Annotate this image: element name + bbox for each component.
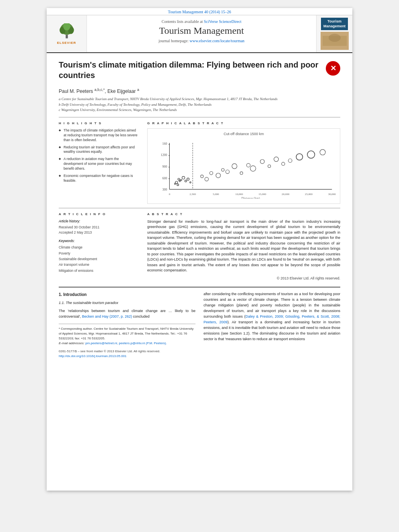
journal-title: Tourism Management <box>95 25 308 36</box>
svg-text:160: 160 <box>162 142 167 146</box>
info-and-abstract-row: A R T I C L E I N F O Article history: R… <box>59 212 340 281</box>
tm-logo-image <box>321 32 349 50</box>
divider-1 <box>59 117 340 117</box>
introduction-section: 1. Introduction 1.1. The sustainable tou… <box>59 292 340 359</box>
article-info-column: A R T I C L E I N F O Article history: R… <box>59 212 139 281</box>
sciverse-line: Contents lists available at SciVerse Sci… <box>95 19 308 24</box>
svg-point-29 <box>178 178 180 180</box>
svg-point-50 <box>274 157 279 162</box>
issn-line: 0261-5177/$ – see front matter © 2013 El… <box>59 349 195 354</box>
elsevier-tree-icon <box>55 23 79 39</box>
highlights-heading: H I G H L I G H T S <box>59 121 139 125</box>
sciverse-prefix: Contents lists available at <box>162 19 204 24</box>
svg-text:10,000: 10,000 <box>235 193 243 195</box>
footnote-email: E-mail addresses: pm.peeters@hetnet.nl, … <box>59 341 195 346</box>
keyword-3: Sustainable development <box>59 256 139 262</box>
svg-text:15,000: 15,000 <box>259 193 267 195</box>
keyword-4: Air transport volume <box>59 262 139 267</box>
main-content: ✕ Tourism's climate mitigation dilemma: … <box>47 53 352 365</box>
keyword-5: Mitigation of emissions <box>59 268 139 273</box>
bottom-bar: 0261-5177/$ – see front matter © 2013 El… <box>59 349 195 359</box>
journal-reference: Tourism Management 40 (2014) 15–26 <box>168 10 231 14</box>
svg-point-46 <box>247 163 250 167</box>
elsevier-logo-container: ELSEVIER <box>47 15 87 52</box>
svg-text:30,000: 30,000 <box>328 193 336 195</box>
sciverse-link[interactable]: SciVerse ScienceDirect <box>204 19 242 24</box>
highlight-item-2: Reducing tourism air transport affects p… <box>59 145 139 155</box>
intro-section-label: Introduction <box>63 292 86 297</box>
svg-point-39 <box>205 177 208 181</box>
highlight-item-3: A reduction in aviation may harm the dev… <box>59 157 139 171</box>
svg-text:900: 900 <box>162 165 167 168</box>
svg-text:5,000: 5,000 <box>213 193 219 195</box>
svg-point-32 <box>181 179 182 181</box>
authors-line: Paul M. Peeters a,b,c,*, Eke Eijgelaar a <box>59 88 340 94</box>
graphical-abstract-box: Cut-off distance 1500 km 160 1200 900 60… <box>147 128 340 204</box>
svg-point-49 <box>268 165 271 168</box>
svg-point-7 <box>329 34 341 42</box>
affiliations: a Centre for Sustainable Tourism and Tra… <box>59 97 340 113</box>
body-divider <box>59 287 340 288</box>
highlights-list: The impacts of climate mitigation polici… <box>59 128 139 183</box>
svg-point-36 <box>190 182 191 183</box>
svg-text:1200: 1200 <box>160 153 167 157</box>
svg-text:600: 600 <box>162 176 167 180</box>
email-label: E-mail addresses: <box>59 341 84 345</box>
abstract-text: Stronger demand for medium- to long-haul… <box>147 219 340 281</box>
svg-point-53 <box>296 154 302 160</box>
journal-header: ELSEVIER Contents lists available at Sci… <box>47 15 352 53</box>
intro-section-title: 1. Introduction <box>59 292 195 298</box>
chart-title: Cut-off distance 1500 km <box>151 132 337 136</box>
svg-point-37 <box>175 183 176 184</box>
received-line: Received 30 October 2011 <box>59 225 139 230</box>
svg-point-45 <box>240 172 243 175</box>
svg-text:25,000: 25,000 <box>305 193 313 195</box>
svg-point-40 <box>210 171 213 175</box>
svg-rect-0 <box>66 35 68 38</box>
intro-right-text: after considering the conflicting requir… <box>204 292 340 342</box>
keywords-label: Keywords: <box>59 239 139 243</box>
doi-link[interactable]: http://dx.doi.org/10.1016/j.tourman.2013… <box>59 354 127 358</box>
tm-logo-container: TourismManagement <box>316 15 352 52</box>
article-info-heading: A R T I C L E I N F O <box>59 212 139 216</box>
highlights-and-abstract-row: H I G H L I G H T S The impacts of clima… <box>59 121 340 204</box>
svg-point-41 <box>216 173 221 178</box>
svg-text:0: 0 <box>169 193 171 195</box>
email-addresses[interactable]: pm.peeters@hetnet.nl, peeters.p@nhtv.nl … <box>85 341 167 345</box>
crossmark-icon: ✕ <box>326 61 340 76</box>
intro-left-column: 1. Introduction 1.1. The sustainable tou… <box>59 292 195 359</box>
abstract-column: A B S T R A C T Stronger demand for medi… <box>147 212 340 281</box>
divider-2 <box>59 208 340 208</box>
keyword-2: Poverty <box>59 251 139 256</box>
top-banner: Tourism Management 40 (2014) 15–26 <box>47 8 352 15</box>
intro-section-number: 1. <box>59 292 62 297</box>
homepage-link[interactable]: www.elsevier.com/locate/tourman <box>189 39 245 43</box>
svg-point-30 <box>179 180 180 181</box>
svg-point-44 <box>232 164 237 169</box>
graphical-abstract-column: G R A P H I C A L A B S T R A C T Cut-of… <box>147 121 340 204</box>
intro-subsection-label: The sustainable tourism paradox <box>66 301 119 305</box>
daley-ref: Daley & Preston, 2009; Gössling, Peeters… <box>204 314 340 324</box>
article-title: Tourism's climate mitigation dilemma: Fl… <box>59 60 340 80</box>
received-date: Received 30 October 2011 Accepted 2 May … <box>59 225 139 236</box>
highlights-column: H I G H L I G H T S The impacts of clima… <box>59 121 139 204</box>
accepted-line: Accepted 2 May 2013 <box>59 230 139 236</box>
author-names: Paul M. Peeters a,b,c,*, Eke Eijgelaar a <box>59 88 139 94</box>
svg-point-31 <box>177 184 179 186</box>
scatter-plot-chart: 160 1200 900 600 300 0 2,500 5,000 10,0 <box>151 138 337 199</box>
keyword-1: Climate change <box>59 244 139 250</box>
affiliation-b: b Delft University of Technology, Facult… <box>59 102 340 108</box>
svg-text:300: 300 <box>162 188 167 191</box>
svg-text:2,500: 2,500 <box>189 193 196 195</box>
intro-subsection-number: 1.1. <box>59 301 65 305</box>
svg-point-34 <box>185 180 187 182</box>
copyright-line: © 2013 Elsevier Ltd. All rights reserved… <box>147 276 340 281</box>
keywords-list: Climate change Poverty Sustainable devel… <box>59 244 139 273</box>
svg-point-43 <box>226 170 229 173</box>
footnote-asterisk: * Corresponding author. Centre for Susta… <box>59 327 195 341</box>
svg-point-38 <box>201 175 204 178</box>
journal-header-center: Contents lists available at SciVerse Sci… <box>87 15 316 52</box>
graphical-abstract-heading: G R A P H I C A L A B S T R A C T <box>147 121 340 125</box>
crossmark-badge[interactable]: ✕ <box>326 61 340 76</box>
svg-point-52 <box>288 159 292 162</box>
